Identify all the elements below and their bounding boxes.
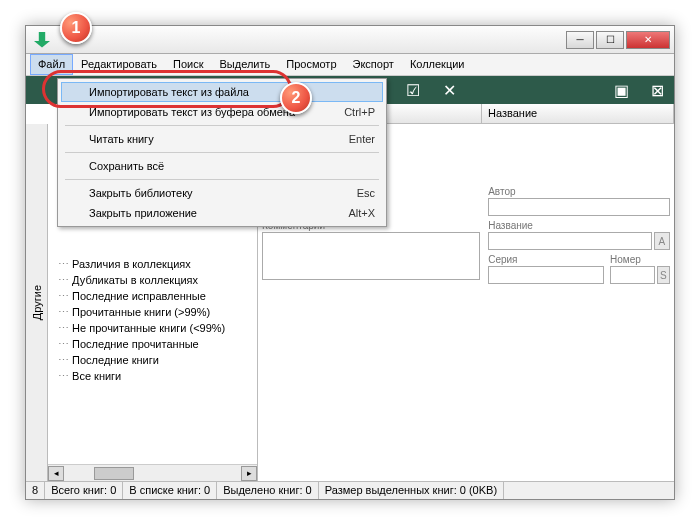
statusbar: 8 Всего книг: 0 В списке книг: 0 Выделен… — [26, 481, 674, 499]
status-selected: Выделено книг: 0 — [217, 482, 318, 499]
menu-option[interactable]: Сохранить всё — [61, 156, 383, 176]
label-series: Серия — [488, 254, 604, 265]
tree-item[interactable]: Различия в коллекциях — [58, 256, 255, 272]
menu-file[interactable]: Файл — [30, 54, 73, 75]
close-button[interactable]: ✕ — [626, 31, 670, 49]
menu-export[interactable]: Экспорт — [345, 54, 402, 75]
menu-select[interactable]: Выделить — [212, 54, 279, 75]
tree-item[interactable]: Дубликаты в коллекциях — [58, 272, 255, 288]
menu-option[interactable]: Читать книгуEnter — [61, 129, 383, 149]
x-icon[interactable]: ✕ — [440, 81, 458, 99]
author-field[interactable] — [488, 198, 670, 216]
status-total: Всего книг: 0 — [45, 482, 123, 499]
menu-option[interactable]: Закрыть приложениеAlt+X — [61, 203, 383, 223]
status-index: 8 — [26, 482, 45, 499]
close-panel-icon[interactable]: ⊠ — [648, 81, 666, 99]
menu-collections[interactable]: Коллекции — [402, 54, 473, 75]
tree: Различия в коллекциях Дубликаты в коллек… — [48, 252, 257, 464]
menubar: Файл Редактировать Поиск Выделить Просмо… — [26, 54, 674, 76]
label-number: Номер — [610, 254, 670, 265]
callout-2: 2 — [280, 82, 312, 114]
scroll-right-icon[interactable]: ▸ — [241, 466, 257, 481]
menu-edit[interactable]: Редактировать — [73, 54, 165, 75]
minimize-button[interactable]: ─ — [566, 31, 594, 49]
callout-1: 1 — [60, 12, 92, 44]
status-list: В списке книг: 0 — [123, 482, 217, 499]
label-title: Название — [488, 220, 670, 231]
tree-item[interactable]: Последние исправленные — [58, 288, 255, 304]
a-button[interactable]: A — [654, 232, 670, 250]
series-field[interactable] — [488, 266, 604, 284]
tree-item[interactable]: Все книги — [58, 368, 255, 384]
menu-option[interactable]: Импортировать текст из файла — [61, 82, 383, 102]
tree-item[interactable]: Прочитанные книги (>99%) — [58, 304, 255, 320]
scroll-thumb[interactable] — [94, 467, 134, 480]
menu-view[interactable]: Просмотр — [278, 54, 344, 75]
status-size: Размер выделенных книг: 0 (0KB) — [319, 482, 504, 499]
window-titlebar: ─ ☐ ✕ — [26, 26, 674, 54]
s-button[interactable]: S — [657, 266, 670, 284]
expand-icon[interactable]: ▣ — [612, 81, 630, 99]
menu-option[interactable]: Импортировать текст из буфера обменаCtrl… — [61, 102, 383, 122]
tree-item[interactable]: Не прочитанные книги (<99%) — [58, 320, 255, 336]
label-author2: Автор — [488, 186, 670, 197]
h-scrollbar[interactable]: ◂ ▸ — [48, 464, 257, 481]
col-title[interactable]: Название — [482, 104, 674, 123]
scroll-left-icon[interactable]: ◂ — [48, 466, 64, 481]
title-field[interactable] — [488, 232, 651, 250]
tree-item[interactable]: Последние прочитанные — [58, 336, 255, 352]
maximize-button[interactable]: ☐ — [596, 31, 624, 49]
app-icon — [34, 32, 50, 48]
number-field[interactable] — [610, 266, 655, 284]
comment-field[interactable] — [262, 232, 480, 280]
file-menu-dropdown: Импортировать текст из файлаИмпортироват… — [57, 78, 387, 227]
tree-item[interactable]: Последние книги — [58, 352, 255, 368]
side-tab[interactable]: Другие — [26, 124, 48, 481]
menu-search[interactable]: Поиск — [165, 54, 211, 75]
check-icon[interactable]: ☑ — [404, 81, 422, 99]
menu-option[interactable]: Закрыть библиотекуEsc — [61, 183, 383, 203]
